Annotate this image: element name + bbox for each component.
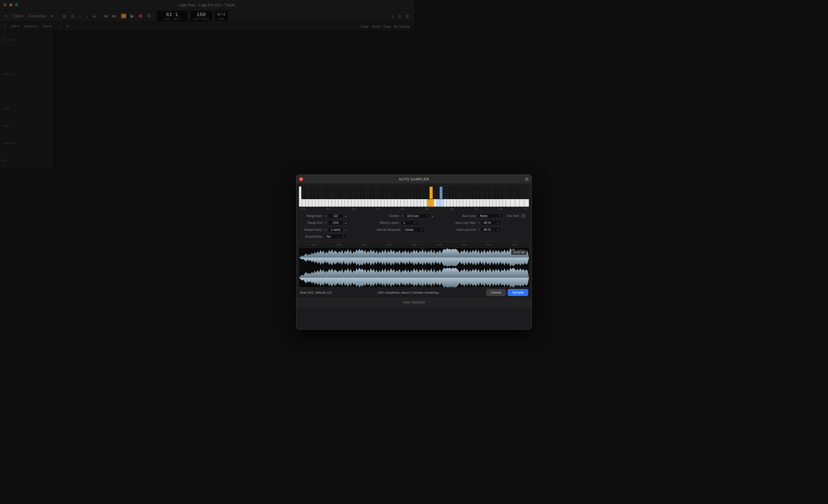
velocity-layers-value: 1 [403,221,405,224]
sustain-control: ▾ 10.0 sec ▾ ▴ [401,213,414,218]
sustain-value-box[interactable]: 10.0 sec ▾ [405,213,414,218]
range-start-row: Range Start: ▾ G3 ▴ [300,213,375,218]
velocity-layers-row: Velocity Layers: 1 ▾ [377,220,414,225]
round-robin-value: No [327,235,331,238]
range-start-control: ▾ G3 ▴ [324,213,347,218]
velocity-response-label: Velocity Response: [377,228,401,231]
velocity-response-row: Velocity Response: Linear ▾ [377,227,414,232]
range-start-value[interactable]: G3 [328,213,343,218]
velocity-layers-select[interactable]: 1 ▾ [401,220,414,225]
parameters-area: Range Start: ▾ G3 ▴ Range End: ▾ C#4 ▴ [296,211,414,242]
sample-every-row: Sample Every: ▾ 1 semi ▴ [300,227,375,232]
sustain-label: Sustain: [377,214,400,218]
range-start-up-arrow[interactable]: ▴ [344,214,347,218]
range-end-row: Range End: ▾ C#4 ▴ [300,220,375,225]
piano-label-c2: C2 [401,208,405,210]
sample-every-down-arrow[interactable]: ▾ [324,228,327,232]
timeline-mark-4: 2:00 [411,243,414,246]
timeline-mark-0: 0:00 [312,243,317,246]
range-end-value[interactable]: C#4 [328,220,343,225]
octave-c2 [391,186,414,207]
velocity-layers-label: Velocity Layers: [377,221,400,224]
auto-sampler-modal: AUTO SAMPLER [296,174,414,252]
sample-every-control: ▾ 1 semi ▴ [324,227,347,232]
range-end-up-arrow[interactable]: ▴ [344,221,347,225]
round-robin-chevron-icon: ▾ [343,235,344,238]
octave-c1 [368,186,391,207]
range-start-label: Range Start: [300,214,323,218]
sustain-down-arrow[interactable]: ▾ [401,214,404,218]
velocity-layers-control: 1 ▾ [401,220,414,225]
velocity-response-value: Linear [405,228,414,231]
sample-every-value[interactable]: 1 semi [328,227,343,232]
octave-cm1 [322,186,345,207]
piano-keyboard[interactable] [299,186,414,207]
sample-every-label: Sample Every: [300,228,323,231]
piano-label-cm1: C-1 [326,208,331,210]
waveform-section: 0:00 0:50 1:05 1:55 2:00 2:55 3:05 3:55 … [299,242,414,252]
key-as2[interactable] [410,186,414,199]
timeline-mark-3: 1:55 [386,243,391,246]
modal-title-bar: AUTO SAMPLER [296,175,414,184]
modal-title: AUTO SAMPLER [399,177,414,181]
timeline-mark-2: 1:05 [361,243,367,246]
piano-labels: C-2 C-1 C0 C1 C2 C3 C4 C5 C6 C7 [299,207,414,211]
modal-overlay: AUTO SAMPLER [0,0,414,252]
round-robin-row: Round Robin: No ▾ [300,234,375,239]
range-start-down-arrow[interactable]: ▾ [324,214,327,218]
piano-section: C-2 C-1 C0 C1 C2 C3 C4 C5 C6 C7 [296,184,414,211]
velocity-response-control: Linear ▾ [402,227,414,232]
range-end-control: ▾ C#4 ▴ [324,220,347,225]
piano-label-c1: C1 [376,208,380,210]
round-robin-control: No ▾ [324,234,347,239]
round-robin-select[interactable]: No ▾ [324,234,347,239]
sustain-value: 10.0 sec [407,214,414,218]
modal-close-button[interactable] [299,177,303,181]
octave-c0 [345,186,368,207]
sample-every-up-arrow[interactable]: ▴ [344,228,347,232]
sustain-row: Sustain: ▾ 10.0 sec ▾ ▴ [377,213,414,218]
timeline-mark-1: 0:50 [336,243,341,246]
waveform-upper-svg [299,248,414,252]
range-end-down-arrow[interactable]: ▾ [324,221,327,225]
round-robin-label: Round Robin: [300,235,323,238]
waveform-timeline: 0:00 0:50 1:05 1:55 2:00 2:55 3:05 3:55 … [299,242,414,248]
waveform-upper [299,248,414,252]
velocity-response-select[interactable]: Linear ▾ [402,227,414,232]
waveform-canvas: 19.63 dB [299,248,414,252]
piano-label-c0: C0 [352,208,355,210]
range-end-label: Range End: [300,221,323,224]
piano-label-cm2: C-2 [301,208,305,210]
octave-cm2 [299,186,322,207]
